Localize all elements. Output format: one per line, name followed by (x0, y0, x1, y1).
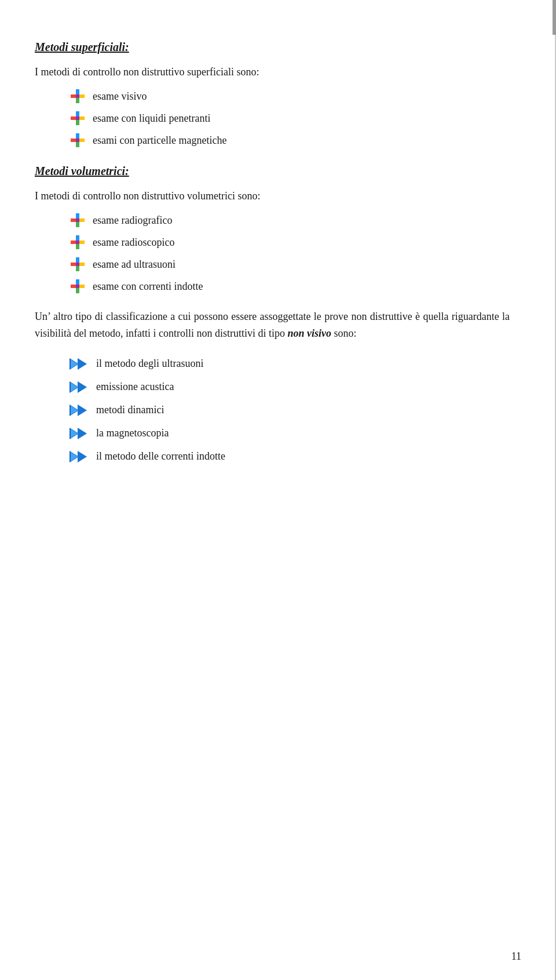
list-volumetrici: esame radiografico esame radioscopico (70, 212, 510, 294)
svg-marker-56 (78, 405, 87, 416)
section-superficiali: Metodi superficiali: I metodi di control… (35, 41, 510, 148)
list-non-visivo: il metodo degli ultrasuoni emissione acu… (70, 356, 510, 465)
list-item: esame radiografico (70, 212, 510, 228)
svg-marker-57 (71, 406, 78, 415)
section-non-visivo-intro: Un’ altro tipo di classificazione a cui … (35, 308, 510, 342)
list-item-text: esame con correnti indotte (93, 279, 203, 294)
svg-marker-51 (71, 359, 78, 369)
list-item: esame radioscopico (70, 234, 510, 250)
arrow-icon (70, 402, 88, 418)
svg-rect-20 (76, 139, 79, 142)
intro-volumetrici: I metodi di controllo non distruttivo vo… (35, 188, 510, 204)
list-item: il metodo delle correnti indotte (70, 449, 510, 465)
list-item-text: esame radiografico (93, 213, 172, 228)
list-item-text: esame radioscopico (93, 235, 174, 250)
svg-rect-41 (76, 263, 79, 266)
list-item-text: metodi dinamici (96, 402, 164, 418)
cross-icon (70, 110, 86, 126)
list-item: la magnetoscopia (70, 425, 510, 442)
list-item-text: esame visivo (93, 89, 147, 104)
list-item-text: esame con liquidi penetranti (93, 111, 210, 126)
arrow-icon (70, 379, 88, 395)
svg-marker-53 (78, 381, 87, 393)
list-item-text: emissione acustica (96, 379, 174, 395)
svg-marker-54 (71, 382, 78, 392)
list-item-text: la magnetoscopia (96, 425, 169, 441)
svg-marker-62 (78, 451, 87, 462)
svg-rect-48 (76, 285, 79, 288)
list-item-text: il metodo delle correnti indotte (96, 449, 225, 464)
list-item: esame visivo (70, 88, 510, 104)
cross-icon (70, 88, 86, 104)
paragraph-text-before: Un’ altro tipo di classificazione a cui … (35, 311, 510, 339)
section-volumetrici: Metodi volumetrici: I metodi di controll… (35, 165, 510, 294)
page-container: Metodi superficiali: I metodi di control… (0, 0, 556, 980)
svg-marker-59 (78, 428, 87, 439)
cross-icon (70, 234, 86, 250)
list-item: emissione acustica (70, 379, 510, 395)
cross-icon (70, 212, 86, 228)
svg-marker-60 (71, 429, 78, 438)
cross-icon (70, 278, 86, 294)
svg-rect-13 (76, 116, 79, 120)
cross-icon (70, 132, 86, 148)
list-item-text: il metodo degli ultrasuoni (96, 356, 203, 371)
arrow-icon (70, 425, 88, 442)
list-item: esame ad ultrasuoni (70, 256, 510, 272)
cross-icon (70, 256, 86, 272)
section-title-volumetrici: Metodi volumetrici: (35, 165, 510, 178)
arrow-icon (70, 449, 88, 465)
list-item: esami con particelle magnetiche (70, 132, 510, 148)
section-non-visivo-list: il metodo degli ultrasuoni emissione acu… (35, 356, 510, 465)
list-item: metodi dinamici (70, 402, 510, 418)
section-title-superficiali: Metodi superficiali: (35, 41, 510, 54)
list-item-text: esami con particelle magnetiche (93, 133, 226, 148)
svg-rect-27 (76, 218, 79, 222)
paragraph-text-after: sono: (331, 327, 357, 339)
intro-superficiali: I metodi di controllo non distruttivo su… (35, 64, 510, 80)
top-border-decoration (553, 0, 556, 35)
svg-marker-50 (78, 358, 87, 370)
svg-rect-34 (76, 241, 79, 244)
list-superficiali: esame visivo esame con liquidi penetrant… (70, 88, 510, 148)
paragraph-bold-italic: non visivo (287, 327, 331, 339)
list-item: esame con correnti indotte (70, 278, 510, 294)
paragraph-non-visivo: Un’ altro tipo di classificazione a cui … (35, 308, 510, 342)
list-item-text: esame ad ultrasuoni (93, 257, 175, 272)
list-item: il metodo degli ultrasuoni (70, 356, 510, 372)
svg-rect-6 (76, 94, 79, 98)
svg-marker-63 (71, 452, 78, 461)
list-item: esame con liquidi penetranti (70, 110, 510, 126)
page-number: 11 (511, 950, 521, 963)
arrow-icon (70, 356, 88, 372)
